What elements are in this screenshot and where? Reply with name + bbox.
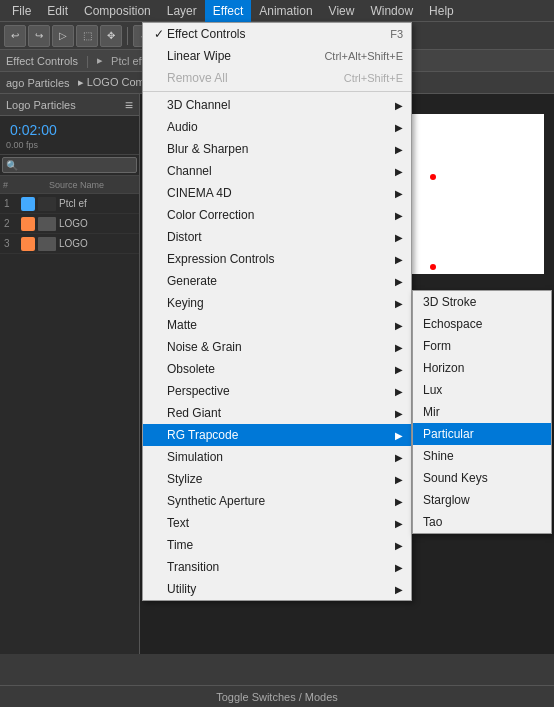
time-display-area: 0:02:00 0.00 fps bbox=[0, 116, 139, 155]
menu-audio[interactable]: Audio ▶ bbox=[143, 116, 411, 138]
submenu-horizon[interactable]: Horizon bbox=[413, 357, 551, 379]
audio-text: Audio bbox=[167, 120, 198, 134]
menu-sep-1 bbox=[143, 91, 411, 92]
blur-sharpen-text: Blur & Sharpen bbox=[167, 142, 248, 156]
menu-layer[interactable]: Layer bbox=[159, 0, 205, 22]
row-2-thumb bbox=[38, 217, 56, 231]
menu-simulation[interactable]: Simulation ▶ bbox=[143, 446, 411, 468]
toolbar-btn-1[interactable]: ↩ bbox=[4, 25, 26, 47]
menu-red-giant[interactable]: Red Giant ▶ bbox=[143, 402, 411, 424]
menu-channel[interactable]: Channel ▶ bbox=[143, 160, 411, 182]
menu-text[interactable]: Text ▶ bbox=[143, 512, 411, 534]
menu-expression-controls[interactable]: Expression Controls ▶ bbox=[143, 248, 411, 270]
toolbar-btn-5[interactable]: ✥ bbox=[100, 25, 122, 47]
col-num: # bbox=[3, 180, 17, 190]
synthetic-aperture-text: Synthetic Aperture bbox=[167, 494, 265, 508]
timeline-row-3[interactable]: 3 LOGO bbox=[0, 234, 139, 254]
row-1-thumb bbox=[38, 197, 56, 211]
menu-bar: File Edit Composition Layer Effect Anima… bbox=[0, 0, 554, 22]
3d-channel-arrow: ▶ bbox=[395, 100, 403, 111]
perspective-text: Perspective bbox=[167, 384, 230, 398]
matte-arrow: ▶ bbox=[395, 320, 403, 331]
row-1-num: 1 bbox=[4, 198, 18, 209]
menu-distort[interactable]: Distort ▶ bbox=[143, 226, 411, 248]
menu-transition[interactable]: Transition ▶ bbox=[143, 556, 411, 578]
distort-text: Distort bbox=[167, 230, 202, 244]
menu-help[interactable]: Help bbox=[421, 0, 462, 22]
time-text: Time bbox=[167, 538, 193, 552]
channel-text: Channel bbox=[167, 164, 212, 178]
sound-keys-label: Sound Keys bbox=[423, 471, 488, 485]
ago-particles-tab[interactable]: ago Particles bbox=[6, 77, 70, 89]
submenu-starglow[interactable]: Starglow bbox=[413, 489, 551, 511]
submenu-form[interactable]: Form bbox=[413, 335, 551, 357]
echospace-label: Echospace bbox=[423, 317, 482, 331]
menu-edit[interactable]: Edit bbox=[39, 0, 76, 22]
menu-stylize[interactable]: Stylize ▶ bbox=[143, 468, 411, 490]
toolbar-btn-2[interactable]: ↪ bbox=[28, 25, 50, 47]
menu-blur-sharpen[interactable]: Blur & Sharpen ▶ bbox=[143, 138, 411, 160]
menu-animation[interactable]: Animation bbox=[251, 0, 320, 22]
menu-linear-wipe[interactable]: Linear Wipe Ctrl+Alt+Shift+E bbox=[143, 45, 411, 67]
stylize-arrow: ▶ bbox=[395, 474, 403, 485]
menu-generate[interactable]: Generate ▶ bbox=[143, 270, 411, 292]
ptcl-effects-label: ▸ bbox=[97, 54, 103, 67]
submenu-lux[interactable]: Lux bbox=[413, 379, 551, 401]
menu-keying[interactable]: Keying ▶ bbox=[143, 292, 411, 314]
row-1-name: Ptcl ef bbox=[59, 198, 135, 209]
menu-noise-grain[interactable]: Noise & Grain ▶ bbox=[143, 336, 411, 358]
menu-effect[interactable]: Effect bbox=[205, 0, 251, 22]
timeline-row-2[interactable]: 2 LOGO bbox=[0, 214, 139, 234]
channel-arrow: ▶ bbox=[395, 166, 403, 177]
menu-time[interactable]: Time ▶ bbox=[143, 534, 411, 556]
tao-label: Tao bbox=[423, 515, 442, 529]
row-3-thumb bbox=[38, 237, 56, 251]
menu-synthetic-aperture[interactable]: Synthetic Aperture ▶ bbox=[143, 490, 411, 512]
menu-effect-controls[interactable]: ✓ Effect Controls F3 bbox=[143, 23, 411, 45]
remove-all-text: Remove All bbox=[167, 71, 228, 85]
menu-3d-channel[interactable]: 3D Channel ▶ bbox=[143, 94, 411, 116]
toolbar-btn-4[interactable]: ⬚ bbox=[76, 25, 98, 47]
stylize-text: Stylize bbox=[167, 472, 202, 486]
menu-composition[interactable]: Composition bbox=[76, 0, 159, 22]
menu-matte[interactable]: Matte ▶ bbox=[143, 314, 411, 336]
menu-utility[interactable]: Utility ▶ bbox=[143, 578, 411, 600]
blur-sharpen-arrow: ▶ bbox=[395, 144, 403, 155]
linear-wipe-shortcut: Ctrl+Alt+Shift+E bbox=[324, 50, 403, 62]
toolbar-separator-1 bbox=[127, 27, 128, 45]
menu-window[interactable]: Window bbox=[362, 0, 421, 22]
menu-perspective[interactable]: Perspective ▶ bbox=[143, 380, 411, 402]
generate-arrow: ▶ bbox=[395, 276, 403, 287]
bottom-bar-label: Toggle Switches / Modes bbox=[216, 691, 338, 703]
time-display: 0:02:00 bbox=[6, 120, 133, 140]
timeline-row-1[interactable]: 1 Ptcl ef bbox=[0, 194, 139, 214]
perspective-arrow: ▶ bbox=[395, 386, 403, 397]
toolbar-btn-3[interactable]: ▷ bbox=[52, 25, 74, 47]
menu-file[interactable]: File bbox=[4, 0, 39, 22]
submenu-echospace[interactable]: Echospace bbox=[413, 313, 551, 335]
submenu-shine[interactable]: Shine bbox=[413, 445, 551, 467]
distort-arrow: ▶ bbox=[395, 232, 403, 243]
menu-cinema4d[interactable]: CINEMA 4D ▶ bbox=[143, 182, 411, 204]
menu-remove-all[interactable]: Remove All Ctrl+Shift+E bbox=[143, 67, 411, 89]
submenu-mir[interactable]: Mir bbox=[413, 401, 551, 423]
timeline-comp-name: Logo Particles ≡ bbox=[0, 94, 139, 116]
submenu-sound-keys[interactable]: Sound Keys bbox=[413, 467, 551, 489]
menu-color-correction[interactable]: Color Correction ▶ bbox=[143, 204, 411, 226]
red-dot-2 bbox=[430, 264, 436, 270]
submenu-tao[interactable]: Tao bbox=[413, 511, 551, 533]
submenu-particular[interactable]: Particular bbox=[413, 423, 551, 445]
horizon-label: Horizon bbox=[423, 361, 464, 375]
submenu-3d-stroke[interactable]: 3D Stroke bbox=[413, 291, 551, 313]
remove-all-shortcut: Ctrl+Shift+E bbox=[344, 72, 403, 84]
red-giant-arrow: ▶ bbox=[395, 408, 403, 419]
menu-obsolete[interactable]: Obsolete ▶ bbox=[143, 358, 411, 380]
menu-view[interactable]: View bbox=[321, 0, 363, 22]
search-area: 🔍 bbox=[0, 155, 139, 176]
3d-stroke-label: 3D Stroke bbox=[423, 295, 476, 309]
bottom-bar: Toggle Switches / Modes bbox=[0, 685, 554, 707]
time-arrow: ▶ bbox=[395, 540, 403, 551]
menu-rg-trapcode[interactable]: RG Trapcode ▶ bbox=[143, 424, 411, 446]
simulation-text: Simulation bbox=[167, 450, 223, 464]
red-giant-text: Red Giant bbox=[167, 406, 221, 420]
